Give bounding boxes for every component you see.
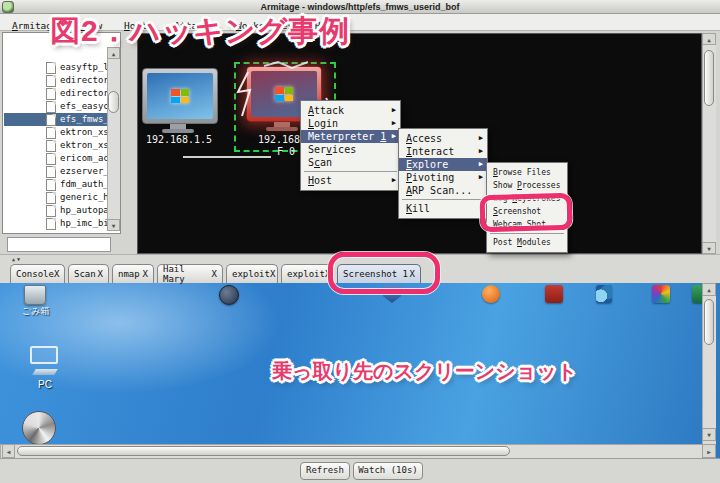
module-doc-icon xyxy=(46,127,56,139)
submenu-arrow-icon: ▶ xyxy=(479,132,483,145)
menu-separator xyxy=(490,233,564,234)
scroll-down-icon[interactable]: ▼ xyxy=(702,242,716,254)
armitage-window-icon xyxy=(2,1,14,13)
tree-item[interactable]: fdm_auth_hea xyxy=(4,178,107,191)
tab-exploit[interactable]: exploitX xyxy=(226,264,278,283)
tab-nmap[interactable]: nmapX xyxy=(112,264,154,283)
host-context-menu: Attack▶ Login▶ Meterpreter 1▶ Services S… xyxy=(300,100,401,191)
tree-item[interactable]: edirectory_im xyxy=(4,87,107,100)
tab-close-icon[interactable]: X xyxy=(98,269,103,279)
tab-hail-mary[interactable]: Hail MaryX xyxy=(157,264,223,283)
module-search-input[interactable] xyxy=(7,237,111,252)
module-doc-icon xyxy=(46,179,56,191)
submenu-arrow-icon: ▶ xyxy=(392,117,396,130)
menu-item-show-processes[interactable]: Show Processes xyxy=(487,179,567,192)
module-doc-icon xyxy=(46,75,56,87)
module-doc-icon xyxy=(46,205,56,217)
pc-icon xyxy=(30,346,58,364)
menu-item-browse-files[interactable]: Browse Files xyxy=(487,166,567,179)
menu-item-host[interactable]: Host▶ xyxy=(301,174,400,187)
tab-close-icon[interactable]: X xyxy=(143,269,148,279)
menu-item-attack[interactable]: Attack▶ xyxy=(301,104,400,117)
module-doc-icon xyxy=(46,88,56,100)
module-doc-icon xyxy=(46,101,56,113)
tree-item[interactable]: efs_easychat xyxy=(4,100,107,113)
browser-globe-icon xyxy=(219,285,239,305)
tree-item[interactable]: hp_imc_bims xyxy=(4,217,107,230)
submenu-arrow-icon: ▶ xyxy=(392,130,396,143)
submenu-arrow-icon: ▶ xyxy=(479,158,483,171)
menu-item-pivoting[interactable]: Pivoting▶ xyxy=(399,171,487,184)
watch-button[interactable]: Watch (10s) xyxy=(353,462,423,480)
graph-scrollbar-thumb[interactable] xyxy=(704,50,714,106)
menu-item-services[interactable]: Services xyxy=(301,143,400,156)
tab-close-icon[interactable]: X xyxy=(270,269,275,279)
pc-keyboard-icon xyxy=(32,369,57,375)
submenu-arrow-icon: ▶ xyxy=(479,171,483,184)
scroll-right-icon[interactable]: ▶ xyxy=(702,444,716,458)
tab-exploit-2[interactable]: exploitX xyxy=(281,264,333,283)
tree-item-selected[interactable]: efs_fmws_user xyxy=(4,113,107,126)
tree-item[interactable]: ezserver_http xyxy=(4,165,107,178)
host-ip-label: 192.168.1.5 xyxy=(134,134,224,145)
menu-separator xyxy=(402,199,484,200)
menu-item-interact[interactable]: Interact▶ xyxy=(399,145,487,158)
earth-app-icon xyxy=(22,411,56,445)
tree-item[interactable]: edirectory_ho xyxy=(4,74,107,87)
refresh-button[interactable]: Refresh xyxy=(300,462,350,480)
tab-close-icon[interactable]: X xyxy=(212,269,217,279)
menu-separator xyxy=(304,171,397,172)
module-doc-icon xyxy=(46,153,56,165)
host-monitor-icon[interactable] xyxy=(142,68,218,124)
submenu-arrow-icon: ▶ xyxy=(392,104,396,117)
scroll-down-icon[interactable]: ▼ xyxy=(107,219,120,231)
colorful-app-icon xyxy=(652,285,670,303)
module-doc-icon xyxy=(46,166,56,178)
menu-item-scan[interactable]: Scan xyxy=(301,156,400,169)
vertical-scrollbar-thumb[interactable] xyxy=(704,299,714,345)
recycle-bin-label: ごみ箱 xyxy=(22,305,49,318)
module-tree-panel: easyftp_list edirectory_ho edirectory_im… xyxy=(2,32,121,234)
tree-item[interactable]: ektron_xslt_ xyxy=(4,126,107,139)
tree-scrollbar[interactable] xyxy=(107,47,120,219)
windows-logo-icon xyxy=(171,89,189,103)
menu-item-explore[interactable]: Explore▶ xyxy=(399,158,487,171)
scroll-up-icon[interactable]: ▲ xyxy=(702,33,716,45)
module-doc-icon xyxy=(46,140,56,152)
tab-scroll-arrows[interactable]: ▲▼ xyxy=(12,256,22,262)
tree-scrollbar-thumb[interactable] xyxy=(108,91,119,113)
module-doc-icon xyxy=(46,218,56,230)
messenger-app-icon xyxy=(596,285,612,303)
orange-app-icon xyxy=(482,285,500,303)
monitor-base xyxy=(162,129,194,133)
menu-item-kill[interactable]: Kill xyxy=(399,202,487,215)
scroll-left-icon[interactable]: ◀ xyxy=(2,444,15,458)
tab-scan[interactable]: ScanX xyxy=(68,264,109,283)
scroll-down-icon[interactable]: ▼ xyxy=(702,428,716,441)
pc-label: PC xyxy=(38,379,52,390)
screenshot-menu-highlight-ring xyxy=(480,193,573,232)
tree-item[interactable]: easyftp_list xyxy=(4,61,107,74)
menu-item-post-modules[interactable]: Post Modules xyxy=(487,236,567,249)
tree-item[interactable]: ektron_xslt_ xyxy=(4,139,107,152)
figure-label-annotation: 図2．ハッキング事例 xyxy=(50,11,350,52)
module-doc-icon xyxy=(46,192,56,204)
tree-item[interactable]: hp_autopass_ xyxy=(4,204,107,217)
recycle-bin-icon xyxy=(24,285,46,305)
meterpreter-submenu: Access▶ Interact▶ Explore▶ Pivoting▶ ARP… xyxy=(398,128,488,219)
red-a-app-icon xyxy=(545,285,563,303)
submenu-arrow-icon: ▶ xyxy=(392,174,396,187)
horizontal-scrollbar-thumb[interactable] xyxy=(17,446,510,456)
submenu-arrow-icon: ▶ xyxy=(479,145,483,158)
menu-item-login[interactable]: Login▶ xyxy=(301,117,400,130)
tree-item[interactable]: generic_http_ xyxy=(4,191,107,204)
scroll-up-icon[interactable]: ▲ xyxy=(702,283,716,296)
tab-close-icon[interactable]: X xyxy=(54,269,59,279)
tree-item[interactable]: ericom_access xyxy=(4,152,107,165)
screenshot-note-annotation: 乗っ取り先のスクリーンショット xyxy=(272,358,577,385)
menu-item-access[interactable]: Access▶ xyxy=(399,132,487,145)
menu-item-arp-scan[interactable]: ARP Scan... xyxy=(399,184,487,197)
screenshot-tab-highlight-ring xyxy=(328,252,440,294)
menu-item-meterpreter-1[interactable]: Meterpreter 1▶ xyxy=(301,130,400,143)
tab-console[interactable]: ConsoleX xyxy=(10,264,65,283)
